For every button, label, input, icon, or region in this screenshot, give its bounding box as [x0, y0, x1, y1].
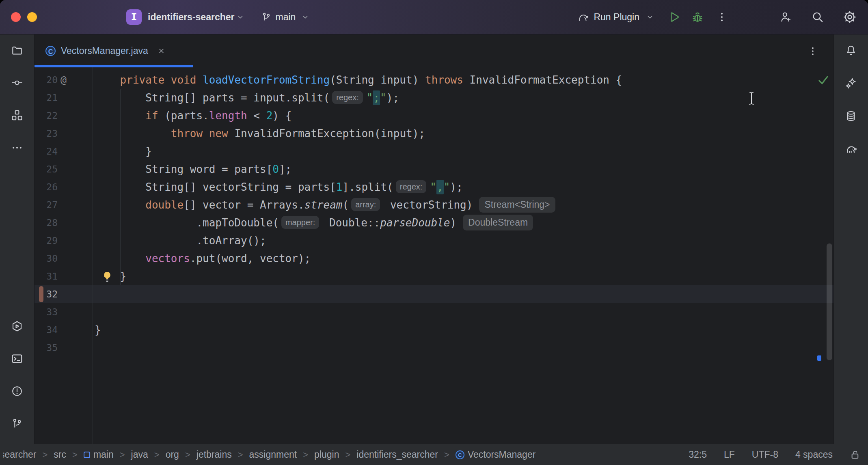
line-number[interactable]: 20 — [35, 71, 58, 89]
project-name[interactable]: identifiers-searcher — [148, 12, 234, 23]
more-actions-kebab-icon[interactable] — [716, 11, 728, 23]
code-line[interactable]: 29 .toArray(); — [35, 232, 833, 250]
line-number[interactable]: 29 — [35, 232, 58, 250]
code-line[interactable]: 35 — [35, 339, 833, 357]
breadcrumb-item[interactable]: java — [131, 449, 148, 460]
code-line[interactable]: 32 — [35, 285, 833, 303]
code-text[interactable]: String[] vectorString = parts[1].split(r… — [95, 178, 833, 196]
project-badge[interactable]: I — [126, 9, 142, 25]
settings-gear-icon[interactable] — [843, 10, 857, 24]
code-text[interactable]: if (parts.length < 2) { — [95, 107, 833, 125]
line-number[interactable]: 28 — [35, 214, 58, 232]
code-text[interactable]: } — [95, 142, 833, 160]
project-tool-icon[interactable] — [9, 42, 25, 58]
inspections-ok-check-icon[interactable] — [816, 74, 830, 88]
breadcrumb-item[interactable]: src — [54, 449, 66, 460]
code-text[interactable]: double[] vector = Arrays.stream(array: v… — [95, 196, 833, 214]
tab-close-icon[interactable] — [158, 47, 165, 55]
unlocked-padlock-icon[interactable] — [850, 449, 861, 460]
line-number[interactable]: 27 — [35, 196, 58, 214]
line-number[interactable]: 22 — [35, 107, 58, 125]
breadcrumb-item[interactable]: searcher — [3, 449, 36, 460]
scrollbar-thumb[interactable] — [827, 243, 832, 360]
gradle-tool-icon[interactable] — [843, 141, 859, 157]
code-line[interactable]: 33 — [35, 303, 833, 321]
breadcrumb-item[interactable]: CVectorsManager — [456, 449, 535, 460]
debug-button[interactable] — [691, 11, 704, 24]
code-text[interactable] — [95, 339, 833, 357]
code-text[interactable] — [95, 285, 833, 303]
code-line[interactable]: 20@ private void loadVectorFromString(St… — [35, 71, 833, 89]
run-configuration-selector[interactable]: Run Plugin — [577, 11, 654, 23]
tab-options-kebab-icon[interactable] — [808, 46, 818, 56]
code-text[interactable]: .mapToDouble(mapper: Double::parseDouble… — [95, 214, 833, 232]
line-number[interactable]: 32 — [35, 285, 58, 303]
breadcrumb-item[interactable]: org — [166, 449, 179, 460]
breadcrumb-item[interactable]: main — [84, 449, 114, 460]
services-tool-icon[interactable] — [9, 318, 25, 334]
title-bar: I identifiers-searcher main Run Plugin — [0, 0, 868, 34]
search-everywhere-icon[interactable] — [811, 11, 824, 24]
line-number[interactable]: 26 — [35, 178, 58, 196]
structure-tool-icon[interactable] — [9, 107, 25, 123]
breadcrumb-item[interactable]: plugin — [314, 449, 339, 460]
code-text[interactable]: String[] parts = input.split(regex:";"); — [95, 89, 833, 107]
code-text[interactable]: throw new InvalidFormatException(input); — [95, 125, 833, 142]
tab-vectorsmanager[interactable]: C VectorsManager.java — [35, 34, 193, 67]
breadcrumb-item[interactable]: jetbrains — [196, 449, 232, 460]
breadcrumb-label: org — [166, 449, 179, 460]
code-line[interactable]: 23 throw new InvalidFormatException(inpu… — [35, 125, 833, 142]
code-line[interactable]: 25 String word = parts[0]; — [35, 160, 833, 178]
code-line[interactable]: 34} — [35, 321, 833, 339]
ibeam-mouse-cursor — [747, 91, 756, 107]
line-number[interactable]: 23 — [35, 125, 58, 142]
version-control-tool-icon[interactable] — [9, 415, 25, 432]
code-line[interactable]: 30 vectors.put(word, vector); — [35, 250, 833, 267]
code-text[interactable]: String word = parts[0]; — [95, 160, 833, 178]
breadcrumb-item[interactable]: assignment — [249, 449, 297, 460]
code-line[interactable]: 27 double[] vector = Arrays.stream(array… — [35, 196, 833, 214]
line-number[interactable]: 34 — [35, 321, 58, 339]
run-button[interactable] — [667, 11, 680, 24]
code-text[interactable]: } — [95, 267, 833, 285]
close-window-button[interactable] — [11, 12, 21, 22]
encoding-widget[interactable]: UTF-8 — [752, 449, 778, 460]
code-text[interactable]: private void loadVectorFromString(String… — [95, 71, 833, 89]
line-number[interactable]: 25 — [35, 160, 58, 178]
notifications-bell-icon[interactable] — [843, 42, 859, 58]
terminal-tool-icon[interactable] — [9, 351, 25, 367]
line-number[interactable]: 30 — [35, 250, 58, 267]
ai-assistant-sparkles-icon[interactable] — [843, 75, 859, 91]
code-text[interactable]: } — [95, 321, 833, 339]
code-line[interactable]: 28 .mapToDouble(mapper: Double::parseDou… — [35, 214, 833, 232]
code-line[interactable]: 22 if (parts.length < 2) { — [35, 107, 833, 125]
gutter-annotation-icon[interactable]: @ — [60, 71, 67, 89]
caret-position-widget[interactable]: 32:5 — [689, 449, 707, 460]
code-text[interactable] — [95, 303, 833, 321]
line-number[interactable]: 33 — [35, 303, 58, 321]
minimize-window-button[interactable] — [27, 12, 37, 22]
breadcrumb-item[interactable]: identifiers_searcher — [356, 449, 438, 460]
line-ending-widget[interactable]: LF — [724, 449, 735, 460]
code-line[interactable]: 26 String[] vectorString = parts[1].spli… — [35, 178, 833, 196]
line-number[interactable]: 35 — [35, 339, 58, 357]
code-line[interactable]: 24 } — [35, 142, 833, 160]
code-with-me-add-user-icon[interactable] — [779, 11, 792, 24]
code-line[interactable]: 31 } — [35, 267, 833, 285]
code-line[interactable]: 21 String[] parts = input.split(regex:";… — [35, 89, 833, 107]
line-number[interactable]: 31 — [35, 267, 58, 285]
status-bar: searcher>src>main>java>org>jetbrains>ass… — [0, 444, 868, 465]
code-text[interactable]: vectors.put(word, vector); — [95, 250, 833, 267]
intention-bulb-icon[interactable] — [101, 270, 113, 282]
code-editor[interactable]: 20@ private void loadVectorFromString(St… — [35, 67, 833, 444]
line-number[interactable]: 21 — [35, 89, 58, 107]
gutter-cell: 28 — [35, 214, 95, 232]
database-tool-icon[interactable] — [843, 108, 859, 124]
problems-tool-icon[interactable] — [9, 383, 25, 399]
git-branch-widget[interactable]: main — [261, 12, 309, 23]
commit-tool-icon[interactable] — [9, 75, 25, 91]
indent-widget[interactable]: 4 spaces — [795, 449, 833, 460]
more-tool-windows-icon[interactable] — [9, 140, 25, 156]
line-number[interactable]: 24 — [35, 142, 58, 160]
code-text[interactable]: .toArray(); — [95, 232, 833, 250]
